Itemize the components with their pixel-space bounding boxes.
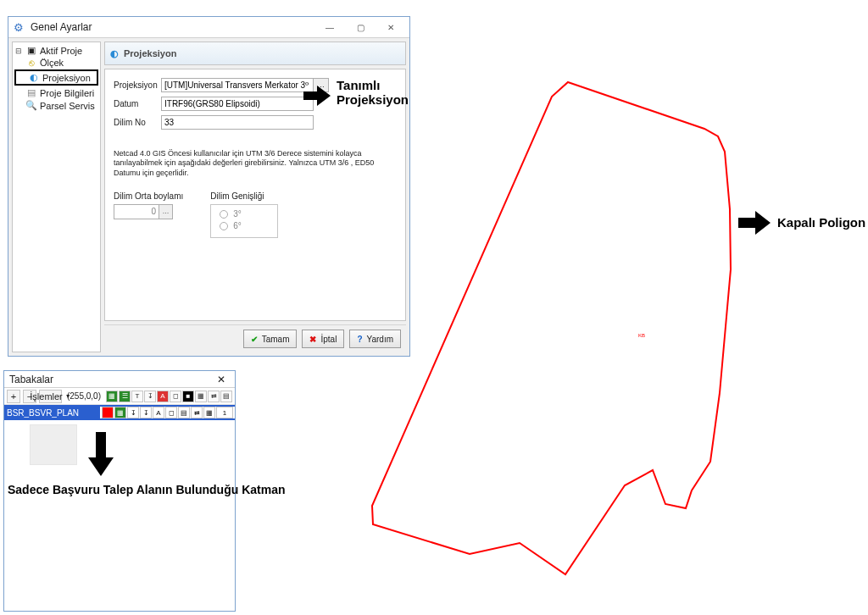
project-icon: ▣ [26,45,36,56]
layer-prop-icon[interactable]: ↧ [140,407,152,418]
add-layer-button[interactable]: + [7,390,20,403]
width-option-label: 3° [233,209,242,219]
window-title: Genel Ayarlar [31,21,314,33]
meridian-label: Dilim Orta boylamı [114,191,183,201]
tree-item-label: Proje Bilgileri [40,88,94,98]
settings-window: ⚙ Genel Ayarlar — ▢ ✕ ⊟ ▣ Aktif Proje ⎋ … [8,16,410,357]
layer-thumbnail [30,424,77,465]
operations-dropdown[interactable]: İşlemler ▼ [39,390,62,403]
cancel-label: İptal [320,335,337,344]
header-icon[interactable]: ■ [182,391,194,402]
globe-icon: ◐ [110,48,119,59]
meridian-input[interactable]: 0 … [114,204,173,219]
header-icon[interactable]: ⇄ [208,391,220,402]
header-icon[interactable]: T [131,391,143,402]
radio-icon [220,210,228,219]
ok-label: Tamam [262,335,290,344]
titlebar[interactable]: ⚙ Genel Ayarlar — ▢ ✕ [8,17,409,38]
header-icon[interactable]: ☰ [119,391,131,402]
panel-title: Projeksiyon [124,48,176,58]
layers-close-button[interactable]: ✕ [213,374,230,385]
header-icon[interactable]: ◻ [170,391,181,402]
info-text: Netcad 4.0 GIS Öncesi kullanıcılar için … [114,149,385,178]
header-icon[interactable]: ▦ [106,391,118,402]
tree-item-projection[interactable]: ◐ Projeksiyon [17,71,96,84]
width-option-3[interactable]: 3° [220,208,269,220]
tree-item-scale[interactable]: ⎋ Ölçek [14,57,98,69]
layer-prop-icon[interactable]: ▦ [203,407,215,418]
layers-toolbar: + − İşlemler ▼ (255,0,0) ▦ ☰ T ↧ A ◻ ■ ▦… [4,388,235,405]
layers-body [4,420,235,611]
arrow-icon [302,83,332,108]
header-icon[interactable]: ▤ [220,391,232,402]
dropdown-icon[interactable]: … [159,205,172,219]
radio-icon [220,222,228,230]
globe-icon: ◐ [29,72,39,83]
layers-titlebar[interactable]: Tabakalar ✕ [4,371,235,388]
annotation-closed-polygon: Kapalı Poligon [777,215,865,230]
expander-icon[interactable]: ⊟ [14,47,23,55]
width-radiogroup[interactable]: 3° 6° [210,204,278,238]
arrow-down-icon [86,430,115,478]
polygon-center-label: KB [638,333,645,338]
tree-item-project-info[interactable]: ▤ Proje Bilgileri [14,86,98,99]
width-option-label: 6° [233,221,242,230]
arrow-icon [737,208,772,237]
scale-icon: ⎋ [26,58,36,68]
info-icon: ▤ [26,87,36,98]
minimize-button[interactable]: — [314,18,345,36]
projection-label: Projeksiyon [114,80,161,90]
layer-property-header: ▦ ☰ T ↧ A ◻ ■ ▦ ⇄ ▤ [106,391,232,402]
annotation-single-layer: Sadece Başvuru Talep Alanın Bulunduğu Ka… [8,483,286,496]
cancel-button[interactable]: ✖ İptal [302,330,344,348]
layer-prop-icon[interactable]: ⇄ [191,407,203,418]
zone-input[interactable] [161,115,314,130]
zone-label: Dilim No [114,118,161,127]
tree-root[interactable]: ⊟ ▣ Aktif Proje [14,44,98,57]
header-icon[interactable]: ▦ [195,391,207,402]
tree-item-label: Parsel Servis [40,101,95,111]
help-label: Yardım [367,335,394,344]
question-icon: ? [357,335,362,344]
meridian-value: 0 [114,207,159,216]
layer-prop-icon[interactable]: A [153,407,164,418]
closed-polygon-shape [372,82,731,574]
layer-prop-icon[interactable]: ◻ [165,407,177,418]
settings-tree[interactable]: ⊟ ▣ Aktif Proje ⎋ Ölçek ◐ Projeksiyon ▤ … [12,42,101,352]
operations-label: İşlemler [30,391,63,402]
layer-row[interactable]: BSR_BSVR_PLAN ▦ ↧ ↧ A ◻ ▤ ⇄ ▦ 1 [4,405,235,420]
app-icon: ⚙ [12,20,25,34]
dialog-buttons: ✔ Tamam ✖ İptal ? Yardım [104,324,406,352]
close-button[interactable]: ✕ [376,18,406,36]
maximize-button[interactable]: ▢ [345,18,376,36]
annotation-defined-projection: Tanımlı Projeksiyon [337,79,409,107]
width-label: Dilim Genişliği [210,191,278,201]
tree-item-parsel-servis[interactable]: 🔍 Parsel Servis [14,99,98,112]
datum-input[interactable] [161,97,314,111]
x-icon: ✖ [309,335,316,344]
check-icon: ✔ [251,335,258,344]
layer-prop-icon[interactable]: ↧ [127,407,139,418]
tree-item-label: Projeksiyon [42,73,91,83]
width-option-6[interactable]: 6° [220,220,269,232]
layer-color-chip[interactable] [102,407,114,418]
datum-label: Datum [114,99,161,108]
layer-prop-icon[interactable]: ▦ [114,407,126,418]
projection-input[interactable] [161,78,314,92]
layer-prop-icon[interactable]: ▤ [178,407,190,418]
search-icon: 🔍 [26,100,36,111]
ok-button[interactable]: ✔ Tamam [243,330,298,348]
layer-name: BSR_BSVR_PLAN [7,408,100,418]
tree-root-label: Aktif Proje [40,46,82,56]
layers-title: Tabakalar [9,374,53,385]
rgb-readout: (255,0,0) [67,391,101,401]
header-icon[interactable]: A [157,391,169,402]
panel-header: ◐ Projeksiyon [104,42,406,65]
tree-item-label: Ölçek [40,58,64,68]
help-button[interactable]: ? Yardım [349,330,401,348]
header-icon[interactable]: ↧ [144,391,156,402]
layer-count: 1 [216,407,233,418]
